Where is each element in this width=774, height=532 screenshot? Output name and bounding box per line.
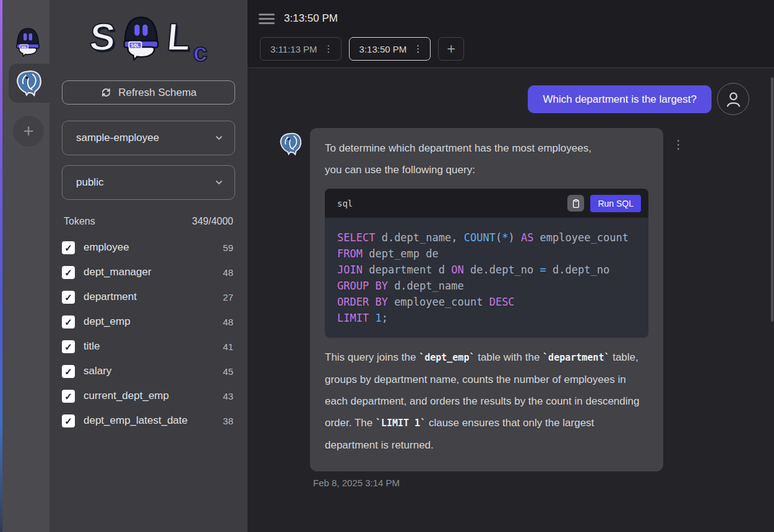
logo-bot-icon	[118, 14, 165, 61]
plus-icon: +	[23, 121, 34, 141]
table-checkbox[interactable]: ✓	[62, 241, 75, 254]
refresh-icon	[100, 87, 112, 98]
plus-icon: +	[447, 41, 455, 57]
refresh-schema-button[interactable]: Refresh Schema	[62, 80, 235, 105]
conversation-tab[interactable]: 3:13:50 PM⋮	[349, 37, 431, 61]
chat-scrollbar[interactable]	[771, 77, 773, 322]
inline-code: `department`	[543, 352, 609, 363]
table-checkbox[interactable]: ✓	[62, 315, 75, 328]
sqlchat-bot-avatar[interactable]	[12, 26, 43, 57]
refresh-schema-label: Refresh Schema	[118, 87, 197, 99]
sidebar-toggle-button[interactable]	[259, 14, 275, 24]
checkmark-icon: ✓	[64, 268, 72, 277]
sqlchat-logo: S L c	[62, 4, 235, 71]
code-block-header: sql Run SQL	[325, 189, 648, 218]
assistant-message-bubble: To determine which department has the mo…	[310, 128, 663, 471]
table-name: dept_emp_latest_date	[84, 414, 223, 427]
conversation-title: 3:13:50 PM	[284, 12, 338, 25]
message-timestamp: Feb 8, 2025 3:14 PM	[313, 478, 663, 488]
connection-item-postgres[interactable]	[9, 64, 49, 103]
logo-letter-l: L	[165, 18, 192, 56]
assistant-intro-text: To determine which department has the mo…	[325, 137, 648, 181]
connection-rail: +	[0, 0, 49, 532]
message-options-button[interactable]: ⋮	[673, 139, 684, 150]
checkmark-icon: ✓	[64, 342, 72, 351]
run-sql-button[interactable]: Run SQL	[590, 195, 641, 212]
schema-select[interactable]: public	[62, 165, 235, 200]
user-message-row: Which department is the largest?	[278, 83, 749, 115]
chat-panel: 3:13:50 PM 3:11:13 PM⋮3:13:50 PM⋮ + Whic…	[247, 0, 774, 532]
table-row: ✓department27	[62, 285, 235, 309]
user-avatar	[717, 83, 749, 115]
inline-code: `dept_emp`	[419, 352, 475, 363]
table-row: ✓dept_manager48	[62, 260, 235, 285]
table-row: ✓salary45	[62, 359, 235, 384]
conversation-tab[interactable]: 3:11:13 PM⋮	[260, 37, 342, 61]
accent-gradient-stripe	[0, 0, 2, 532]
person-icon	[724, 90, 743, 109]
tokens-label: Tokens	[64, 216, 95, 227]
table-token-count: 27	[223, 292, 233, 302]
sql-code-block: sql Run SQL	[325, 189, 648, 338]
logo-letter-s: S	[88, 18, 117, 56]
database-select-value: sample-employee	[76, 132, 159, 144]
code-language-label: sql	[337, 199, 353, 208]
table-name: title	[84, 340, 223, 353]
database-select[interactable]: sample-employee	[62, 121, 235, 155]
table-checkbox[interactable]: ✓	[62, 414, 75, 427]
chat-message-area[interactable]: Which department is the largest? To dete…	[247, 67, 774, 532]
copy-code-button[interactable]	[567, 195, 584, 212]
chevron-down-icon	[214, 178, 224, 187]
assistant-message-row: To determine which department has the mo…	[278, 128, 749, 488]
table-name: department	[84, 291, 223, 303]
table-name: salary	[84, 365, 223, 377]
schema-sidebar: S L c Refresh Schema sample-employee pub…	[49, 0, 247, 532]
sql-chat-app: + S L c Refresh Schema sample-employee p…	[0, 0, 774, 532]
checkmark-icon: ✓	[64, 392, 72, 401]
kebab-icon: ⋮	[673, 138, 684, 151]
table-token-count: 48	[223, 267, 233, 278]
table-token-count: 43	[223, 391, 233, 401]
checkmark-icon: ✓	[64, 367, 72, 376]
table-token-count: 59	[223, 242, 233, 253]
assistant-explanation-text: This query joins the `dept_emp` table wi…	[325, 346, 648, 456]
table-token-count: 45	[223, 366, 233, 377]
sql-bot-icon	[12, 26, 43, 57]
table-name: current_dept_emp	[84, 390, 223, 402]
tokens-summary: Tokens 349/4000	[62, 216, 235, 227]
user-message-bubble: Which department is the largest?	[528, 85, 712, 113]
hamburger-icon	[259, 14, 275, 15]
table-checkbox[interactable]: ✓	[62, 266, 75, 279]
tab-kebab-icon[interactable]: ⋮	[324, 43, 333, 54]
tab-label: 3:13:50 PM	[359, 44, 407, 54]
logo-letter-c: c	[193, 40, 207, 66]
table-name: dept_manager	[84, 266, 223, 278]
postgres-elephant-avatar	[278, 132, 303, 157]
table-row: ✓dept_emp_latest_date38	[62, 408, 235, 433]
checkmark-icon: ✓	[64, 243, 72, 252]
table-list: ✓employee59✓dept_manager48✓department27✓…	[62, 235, 235, 433]
tokens-value: 349/4000	[192, 216, 233, 227]
checkmark-icon: ✓	[64, 317, 72, 327]
table-name: employee	[84, 241, 223, 254]
conversation-tab-bar: 3:11:13 PM⋮3:13:50 PM⋮ +	[247, 37, 774, 67]
add-connection-button[interactable]: +	[13, 116, 44, 147]
tab-label: 3:11:13 PM	[270, 44, 317, 54]
tab-kebab-icon[interactable]: ⋮	[413, 43, 423, 54]
table-checkbox[interactable]: ✓	[62, 390, 75, 403]
postgres-elephant-icon	[15, 69, 43, 98]
table-token-count: 41	[223, 341, 233, 352]
clipboard-icon	[571, 199, 581, 208]
table-row: ✓dept_emp48	[62, 309, 235, 334]
inline-code: `LIMIT 1`	[376, 418, 426, 429]
table-row: ✓employee59	[62, 235, 235, 260]
table-checkbox[interactable]: ✓	[62, 291, 75, 304]
sql-code: SELECT d.dept_name, COUNT(*) AS employee…	[325, 218, 648, 338]
table-token-count: 38	[223, 416, 233, 426]
table-checkbox[interactable]: ✓	[62, 340, 75, 353]
table-row: ✓title41	[62, 334, 235, 359]
table-checkbox[interactable]: ✓	[62, 365, 75, 378]
new-conversation-button[interactable]: +	[438, 37, 464, 61]
checkmark-icon: ✓	[64, 293, 72, 302]
chevron-down-icon	[214, 133, 224, 143]
